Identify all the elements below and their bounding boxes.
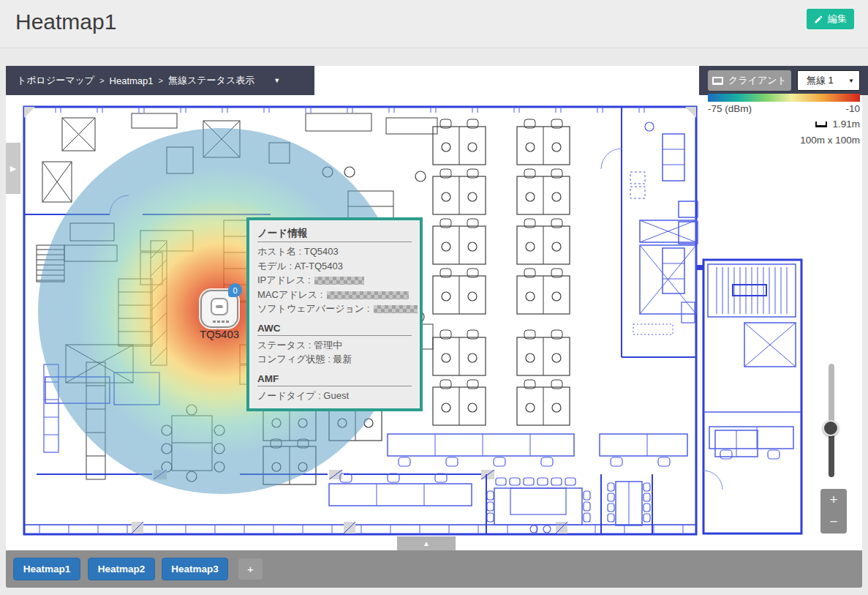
control-strip: クライアント 無線 1 ▼ <box>699 66 868 95</box>
tooltip-row: IPアドレス : <box>257 273 412 288</box>
zoom-out-button[interactable]: − <box>820 511 847 533</box>
edit-button[interactable]: 編集 <box>807 9 854 29</box>
tooltip-row: ソフトウェアバージョン : <box>257 302 412 316</box>
page-header: Heatmap1 編集 <box>0 0 868 48</box>
left-panel-expand-button[interactable]: ▶ <box>6 143 20 194</box>
zoom-slider-thumb[interactable] <box>823 420 839 436</box>
redacted-value <box>314 277 364 285</box>
signal-legend-labels: -75 (dBm) -10 <box>708 103 860 114</box>
zoom-controls: + − <box>820 489 847 534</box>
map-viewport: 0 TQ5403 ノード情報ホスト名 : TQ5403モデル : AT-TQ54… <box>6 66 862 550</box>
breadcrumb: トポロジーマップ>Heatmap1>無線ステータス表示▼ <box>6 66 314 95</box>
laptop-icon <box>712 77 723 85</box>
tooltip-row: MACアドレス : <box>257 288 412 302</box>
node-label: TQ5403 <box>190 328 249 340</box>
node-info-tooltip: ノード情報ホスト名 : TQ5403モデル : AT-TQ5403IPアドレス … <box>246 217 423 411</box>
breadcrumb-item-2[interactable]: Heatmap1 <box>110 75 154 86</box>
map-size-label: 100m x 100m <box>708 135 860 146</box>
scale-ruler: 1.91m <box>708 119 860 130</box>
redacted-value <box>327 291 409 299</box>
tooltip-row: ステータス : 管理中 <box>257 338 412 353</box>
legend-min-label: -75 (dBm) <box>708 103 752 114</box>
tab-heatmap3[interactable]: Heatmap3 <box>162 558 228 580</box>
wireless-select-value: 無線 1 <box>807 74 834 87</box>
tooltip-section: ノード情報ホスト名 : TQ5403モデル : AT-TQ5403IPアドレス … <box>257 225 412 316</box>
tooltip-row: ノードタイプ : Guest <box>257 389 412 403</box>
tooltip-row: ホスト名 : TQ5403 <box>257 244 412 259</box>
tab-heatmap2[interactable]: Heatmap2 <box>88 558 155 580</box>
breadcrumb-separator: > <box>159 76 163 85</box>
tooltip-row: コンフィグ状態 : 最新 <box>257 352 412 367</box>
tooltip-section-heading: AMF <box>257 371 412 386</box>
access-point-node[interactable]: 0 <box>200 290 238 328</box>
redacted-value <box>374 305 418 313</box>
wireless-select[interactable]: 無線 1 ▼ <box>797 70 860 91</box>
client-count-badge: 0 <box>228 283 242 297</box>
triangle-up-icon: ▲ <box>423 539 430 547</box>
legend-max-label: -10 <box>845 103 860 114</box>
ruler-icon <box>815 121 827 127</box>
triangle-right-icon: ▶ <box>10 164 16 173</box>
tooltip-section-heading: AWC <box>257 321 412 335</box>
tab-heatmap1[interactable]: Heatmap1 <box>13 558 80 580</box>
tooltip-section: AWCステータス : 管理中コンフィグ状態 : 最新 <box>257 321 412 367</box>
ruler-label: 1.91m <box>832 119 860 130</box>
heatmap-tab-bar: Heatmap1Heatmap2Heatmap3+ <box>6 550 862 588</box>
signal-legend-gradient <box>708 94 860 102</box>
tooltip-section-heading: ノード情報 <box>257 225 412 242</box>
tooltip-row: モデル : AT-TQ5403 <box>257 259 412 274</box>
zoom-slider-track[interactable] <box>829 364 834 428</box>
zoom-in-button[interactable]: + <box>820 489 847 511</box>
breadcrumb-dropdown-caret[interactable]: ▼ <box>273 77 280 84</box>
client-button[interactable]: クライアント <box>708 70 791 91</box>
tooltip-section: AMFノードタイプ : Guest <box>257 371 412 403</box>
pencil-icon <box>814 15 823 24</box>
client-button-label: クライアント <box>728 74 787 87</box>
breadcrumb-separator: > <box>99 76 104 85</box>
breadcrumb-item-1[interactable]: トポロジーマップ <box>17 74 94 87</box>
page-title: Heatmap1 <box>15 10 116 34</box>
edit-button-label: 編集 <box>828 12 847 26</box>
bottom-panel-expand-button[interactable]: ▲ <box>397 536 456 550</box>
breadcrumb-item-3[interactable]: 無線ステータス表示 <box>168 74 254 87</box>
chevron-down-icon: ▼ <box>848 78 854 84</box>
add-heatmap-tab-button[interactable]: + <box>238 558 263 580</box>
